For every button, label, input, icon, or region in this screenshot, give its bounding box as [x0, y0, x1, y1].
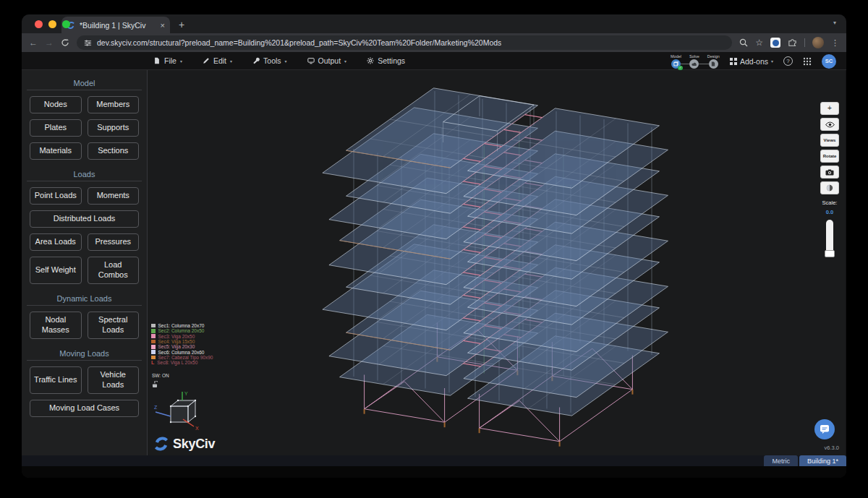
- moments-button[interactable]: Moments: [88, 187, 140, 205]
- section-rule: [27, 90, 142, 90]
- toolbar-divider: [804, 38, 805, 47]
- browser-menu-icon[interactable]: ⋮: [831, 38, 839, 48]
- plates-button[interactable]: Plates: [30, 119, 82, 137]
- tab-close-icon[interactable]: ×: [161, 21, 165, 30]
- model-complete-check-icon: ✓: [678, 66, 683, 71]
- step-solve[interactable]: Solve: [689, 54, 699, 69]
- status-bar: Metric Building 1*: [22, 455, 846, 466]
- browser-profile-avatar[interactable]: [812, 37, 824, 48]
- add-button[interactable]: +: [820, 102, 839, 115]
- addons-menu[interactable]: Add-ons ▾: [730, 57, 773, 66]
- pinned-extension-icon[interactable]: [770, 38, 780, 48]
- menu-tools[interactable]: Tools ▾: [252, 56, 287, 65]
- section-header-moving-loads: Moving Loads: [22, 345, 147, 360]
- design-step-doc-icon[interactable]: [709, 59, 718, 69]
- open-model-badge[interactable]: Building 1*: [799, 455, 846, 466]
- supports-button[interactable]: Supports: [88, 119, 140, 137]
- loads-buttons: Point Loads Moments Distributed Loads Ar…: [22, 187, 147, 284]
- point-loads-button[interactable]: Point Loads: [30, 187, 82, 205]
- menu-output[interactable]: Output ▾: [307, 56, 347, 65]
- camera-icon: [825, 169, 834, 176]
- skyciv-brand: SkyCiv: [153, 436, 215, 452]
- solve-step-cloud-icon[interactable]: [689, 59, 699, 69]
- site-settings-icon[interactable]: [84, 39, 92, 47]
- area-loads-button[interactable]: Area Loads: [30, 233, 82, 251]
- legend-item: Sec2: Columna 20x50: [151, 328, 213, 333]
- nodal-masses-button[interactable]: Nodal Masses: [30, 312, 82, 339]
- sidebar: Model Nodes Members Plates Supports Mate…: [22, 70, 148, 455]
- scale-slider-thumb[interactable]: [825, 250, 835, 257]
- traffic-lines-button[interactable]: Traffic Lines: [30, 366, 82, 394]
- reload-button[interactable]: [61, 38, 69, 47]
- render-button[interactable]: [820, 181, 839, 194]
- y-axis-label: Y: [184, 391, 188, 396]
- legend-item: Sec7: Cabezal Tipo 90x90: [151, 355, 213, 360]
- spectral-loads-button[interactable]: Spectral Loads: [88, 312, 140, 339]
- bookmark-star-icon[interactable]: ☆: [755, 38, 763, 48]
- forward-button[interactable]: →: [45, 38, 54, 47]
- legend-swatch: [151, 324, 156, 328]
- chat-support-button[interactable]: [814, 419, 835, 439]
- chevron-down-icon: ▾: [230, 59, 232, 64]
- scale-value: 0.0: [826, 209, 833, 215]
- section-rule: [27, 305, 142, 306]
- members-button[interactable]: Members: [88, 96, 140, 113]
- load-combos-button[interactable]: Load Combos: [88, 257, 140, 284]
- step-model[interactable]: Model ✓: [671, 54, 681, 69]
- model-viewport[interactable]: Sec1: Columna 20x70 Sec2: Columna 20x50 …: [148, 70, 846, 455]
- scale-label: Scale:: [822, 199, 838, 206]
- pressures-button[interactable]: Pressures: [88, 233, 140, 251]
- distributed-loads-button[interactable]: Distributed Loads: [30, 210, 139, 228]
- zoom-window-button[interactable]: [62, 20, 70, 28]
- unlock-icon[interactable]: [152, 381, 158, 388]
- app-menu-bar: File ▾ Edit ▾ Tools ▾ Output ▾: [22, 52, 846, 70]
- screenshot-button[interactable]: [820, 166, 839, 179]
- close-window-button[interactable]: [35, 20, 43, 28]
- browser-tab[interactable]: *Building 1 | SkyCiv ×: [61, 17, 170, 33]
- browser-toolbar: ← → dev.skyciv.com/structural?preload_na…: [22, 33, 846, 52]
- unit-system-badge[interactable]: Metric: [764, 455, 798, 466]
- views-button[interactable]: Views: [820, 134, 839, 147]
- rotate-button[interactable]: Rotate: [820, 150, 839, 163]
- minimize-window-button[interactable]: [48, 20, 56, 28]
- address-bar[interactable]: dev.skyciv.com/structural?preload_name=B…: [77, 35, 732, 50]
- nodes-button[interactable]: Nodes: [30, 96, 82, 113]
- orientation-cube[interactable]: Y Z X: [153, 390, 210, 434]
- legend-item: Sec6: Columna 20x60: [151, 349, 213, 354]
- section-header-loads: Loads: [22, 166, 147, 181]
- tab-title: *Building 1 | SkyCiv: [80, 21, 156, 30]
- vehicle-loads-button[interactable]: Vehicle Loads: [88, 366, 140, 394]
- legend-item: Sec3: Viga 20x50: [151, 334, 213, 339]
- moving-load-cases-button[interactable]: Moving Load Cases: [30, 400, 139, 417]
- model-step-icon[interactable]: ✓: [671, 59, 681, 69]
- step-design[interactable]: Design: [707, 54, 720, 69]
- window-controls: [35, 20, 70, 28]
- app-main: Model Nodes Members Plates Supports Mate…: [22, 70, 846, 455]
- self-weight-button[interactable]: Self Weight: [30, 257, 82, 284]
- back-button[interactable]: ←: [29, 38, 38, 47]
- skyciv-logo-icon: [153, 436, 169, 452]
- tab-search-chevron-icon[interactable]: ▾: [833, 20, 836, 26]
- pencil-icon: [203, 57, 210, 64]
- extensions-puzzle-icon[interactable]: [788, 38, 797, 48]
- help-button[interactable]: ?: [783, 56, 793, 66]
- materials-button[interactable]: Materials: [30, 142, 82, 160]
- new-tab-button[interactable]: +: [179, 19, 184, 30]
- wrench-icon: [252, 57, 260, 64]
- menu-settings[interactable]: Settings: [367, 56, 405, 65]
- sections-legend: Sec1: Columna 20x70 Sec2: Columna 20x50 …: [151, 323, 213, 365]
- menu-file[interactable]: File ▾: [153, 56, 182, 65]
- zoom-icon[interactable]: [739, 38, 748, 47]
- apps-grid-icon[interactable]: [803, 57, 812, 66]
- menu-edit[interactable]: Edit ▾: [203, 56, 232, 65]
- sections-button[interactable]: Sections: [88, 142, 140, 160]
- x-axis-label: X: [195, 426, 199, 431]
- legend-swatch: [151, 350, 156, 354]
- scale-slider[interactable]: [826, 220, 833, 257]
- user-avatar[interactable]: SC: [822, 54, 836, 69]
- legend-swatch: [151, 340, 156, 344]
- dynamic-loads-buttons: Nodal Masses Spectral Loads: [22, 312, 147, 339]
- moving-loads-buttons: Traffic Lines Vehicle Loads Moving Load …: [22, 366, 147, 417]
- structural-3d-model[interactable]: [148, 70, 846, 455]
- visibility-button[interactable]: [820, 118, 839, 131]
